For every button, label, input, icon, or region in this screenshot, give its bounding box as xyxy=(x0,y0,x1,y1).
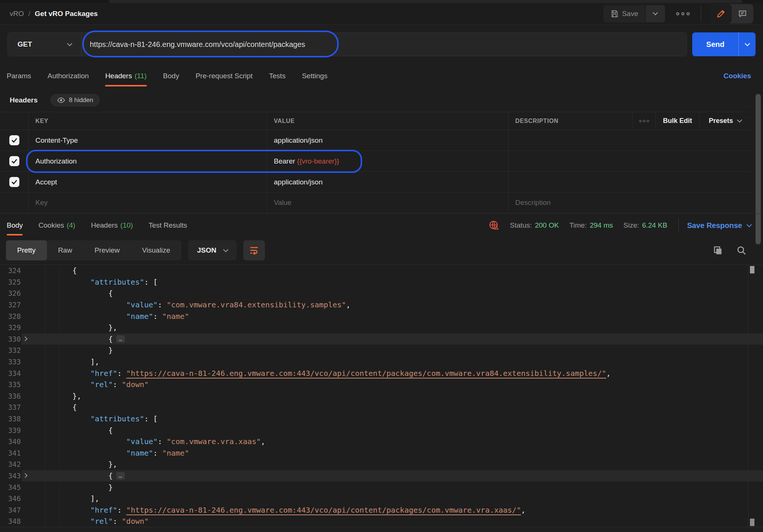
tab-body[interactable]: Body xyxy=(163,64,179,88)
view-tab-visualize[interactable]: Visualize xyxy=(131,240,181,260)
method-select[interactable]: GET xyxy=(8,33,82,56)
code-gutter: 339 xyxy=(0,426,31,434)
response-tab-body[interactable]: Body xyxy=(7,214,23,237)
cookies-link[interactable]: Cookies xyxy=(724,72,751,80)
code-token: : xyxy=(117,369,126,378)
response-header: BodyCookies(4)Headers(10)Test Results St… xyxy=(0,213,763,237)
view-tab-raw[interactable]: Raw xyxy=(47,240,83,260)
code-token: }, xyxy=(37,460,117,469)
code-token: : xyxy=(117,506,126,514)
code-token xyxy=(37,312,126,321)
code-text: } xyxy=(31,346,113,355)
header-key-cell[interactable]: Authorization xyxy=(28,151,267,171)
line-number: 325 xyxy=(0,278,21,286)
key-placeholder-cell[interactable]: Key xyxy=(28,193,267,213)
copy-icon[interactable] xyxy=(712,245,723,256)
code-gutter: 341 xyxy=(0,449,31,457)
code-text: "href": "https://cava-n-81-246.eng.vmwar… xyxy=(31,369,611,378)
time-value[interactable]: 294 ms xyxy=(590,221,613,229)
save-options-button[interactable] xyxy=(646,5,665,22)
description-placeholder-cell[interactable]: Description xyxy=(508,193,750,213)
line-wrap-button[interactable] xyxy=(243,240,265,260)
network-warning-icon[interactable] xyxy=(488,220,500,231)
fold-toggle[interactable] xyxy=(21,337,29,341)
code-line-324: 324 { xyxy=(0,265,763,276)
send-options-button[interactable] xyxy=(738,32,756,56)
header-key-cell[interactable]: Content-Type xyxy=(28,130,267,151)
edit-comment-toggle xyxy=(710,4,753,23)
code-line-335: 335 "rel": "down" xyxy=(0,379,763,390)
check-icon xyxy=(11,137,18,144)
code-scrollbar-thumb[interactable] xyxy=(750,266,754,273)
code-line-348: 348 "rel": "down" xyxy=(0,516,763,527)
hidden-headers-toggle[interactable]: 8 hidden xyxy=(50,94,100,107)
value-placeholder-cell[interactable]: Value xyxy=(267,193,508,213)
code-token: { xyxy=(37,426,113,435)
table-row-accept: Acceptapplication/json xyxy=(0,171,750,192)
response-tab-cookies[interactable]: Cookies(4) xyxy=(38,214,75,237)
send-button[interactable]: Send xyxy=(692,32,756,56)
breadcrumb-separator: / xyxy=(28,10,30,18)
code-link[interactable]: "https://cava-n-81-246.eng.vmware.com:44… xyxy=(126,369,606,378)
tab-params[interactable]: Params xyxy=(7,64,31,88)
save-button[interactable]: Save xyxy=(604,5,645,22)
tab-headers[interactable]: Headers(11) xyxy=(105,64,146,88)
response-tab-test-results[interactable]: Test Results xyxy=(149,214,187,237)
tab-tests[interactable]: Tests xyxy=(269,64,285,88)
status-value[interactable]: 200 OK xyxy=(535,221,559,229)
tab-label: Headers xyxy=(91,221,118,229)
code-text: { xyxy=(31,403,77,412)
search-icon[interactable] xyxy=(736,245,747,256)
url-input[interactable]: https://cava-n-81-246.eng.vmware.com/vco… xyxy=(82,40,313,49)
column-options-button[interactable] xyxy=(632,112,655,130)
tab-label: Test Results xyxy=(149,221,187,229)
code-line-340: 340 "value": "com.vmware.vra.xaas", xyxy=(0,436,763,447)
header-actions: Save xyxy=(604,4,753,23)
tab-pre-request-script[interactable]: Pre-request Script xyxy=(196,64,253,88)
code-token: { xyxy=(37,471,113,480)
chevron-down-icon xyxy=(737,117,742,123)
code-text: ], xyxy=(31,357,99,366)
code-token: : xyxy=(158,437,167,446)
header-value-cell[interactable]: application/json xyxy=(267,172,508,192)
breadcrumb-request-title[interactable]: Get vRO Packages xyxy=(35,10,98,18)
header-description-cell[interactable] xyxy=(508,172,750,192)
code-token: { xyxy=(37,403,77,412)
view-tab-preview[interactable]: Preview xyxy=(83,240,131,260)
fold-toggle[interactable] xyxy=(21,474,29,477)
size-value[interactable]: 6.24 KB xyxy=(642,221,668,229)
row-checkbox[interactable] xyxy=(9,135,19,145)
view-tab-pretty[interactable]: Pretty xyxy=(6,240,47,260)
tab-count: (11) xyxy=(134,72,146,80)
row-checkbox[interactable] xyxy=(9,177,19,187)
tab-settings[interactable]: Settings xyxy=(302,64,327,88)
save-response-dropdown[interactable]: Save Response xyxy=(678,218,751,233)
more-options-button[interactable] xyxy=(676,12,690,15)
code-line-341: 341 "name": "name" xyxy=(0,447,763,459)
presets-dropdown[interactable]: Presets xyxy=(699,112,750,130)
header-key-cell[interactable]: Accept xyxy=(28,172,267,192)
response-tab-headers[interactable]: Headers(10) xyxy=(91,214,133,237)
response-body-code[interactable]: 324 {325 "attributes": [326 {327 "value"… xyxy=(0,265,763,527)
tab-authorization[interactable]: Authorization xyxy=(47,64,89,88)
language-select[interactable]: JSON xyxy=(188,240,237,260)
header-description-cell[interactable] xyxy=(508,151,750,171)
header-value-cell[interactable]: Bearer {{vro-bearer}} xyxy=(267,151,508,171)
chevron-down-icon xyxy=(744,41,750,46)
code-token: : xyxy=(153,449,162,457)
comment-mode-button[interactable] xyxy=(732,4,753,23)
header-value-cell[interactable]: application/json xyxy=(267,130,508,151)
checkbox-cell xyxy=(0,151,28,171)
code-gutter: 329 xyxy=(0,323,31,332)
line-number: 346 xyxy=(0,494,21,503)
header-description-cell[interactable] xyxy=(508,130,750,151)
edit-mode-button[interactable] xyxy=(710,4,732,23)
bulk-edit-button[interactable]: Bulk Edit xyxy=(655,112,699,130)
code-line-339: 339 { xyxy=(0,424,763,436)
code-scrollbar-thumb-bottom[interactable] xyxy=(750,519,754,526)
code-link[interactable]: "https://cava-n-81-246.eng.vmware.com:44… xyxy=(126,506,521,514)
row-checkbox[interactable] xyxy=(9,156,19,166)
breadcrumb-collection[interactable]: vRO xyxy=(10,10,24,18)
code-gutter: 347 xyxy=(0,506,31,514)
table-row-authorization: AuthorizationBearer {{vro-bearer}} xyxy=(0,151,750,171)
